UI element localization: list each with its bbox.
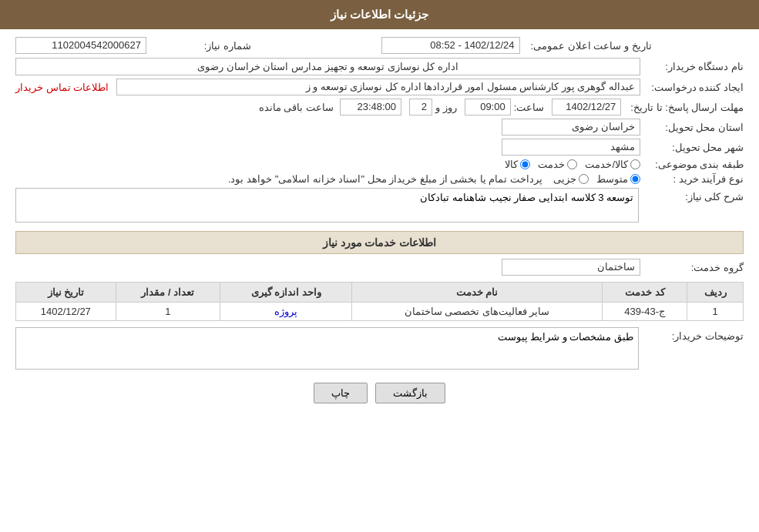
sharh-textarea[interactable]: توسعه 3 کلاسه ابتدایی صفار نجیب شاهنامه …: [15, 188, 639, 223]
grooh-khadamat-value: ساختمان: [502, 259, 640, 276]
mohlat-saat-label: ساعت:: [514, 102, 545, 113]
tarikh-elan-value: 1402/12/24 - 08:52: [381, 37, 520, 54]
mohlat-label: مهلت ارسال پاسخ: تا تاریخ:: [624, 102, 744, 113]
mohlat-remaining-label: ساعت باقی مانده: [259, 102, 334, 113]
page-title: جزئیات اطلاعات نیاز: [0, 0, 759, 29]
col-vahed: واحد اندازه گیری: [220, 283, 352, 303]
tabaghe-khadamat-label: خدمت: [538, 159, 565, 170]
mohlat-rooz: 2: [409, 99, 432, 115]
shahr-label: شهر محل تحویل:: [643, 142, 744, 153]
col-kod: کد خدمت: [603, 283, 687, 303]
radio-kala[interactable]: کالا: [505, 159, 530, 170]
cell-kod: ج-43-439: [603, 303, 687, 321]
service-table: ردیف کد خدمت نام خدمت واحد اندازه گیری ت…: [15, 282, 744, 321]
nam-dastgah-label: نام دستگاه خریدار:: [643, 61, 744, 72]
ijad-konande-value: عبداله گوهری پور کارشناس مسئول امور قرار…: [116, 79, 640, 95]
ostan-label: استان محل تحویل:: [643, 122, 744, 133]
farayand-jozii-label: جزیی: [553, 173, 576, 185]
table-row: 1 ج-43-439 سایر فعالیت‌های تخصصی ساختمان…: [16, 303, 744, 321]
radio-khadamat-input[interactable]: [567, 159, 577, 169]
khadamat-section-header: اطلاعات خدمات مورد نیاز: [15, 231, 744, 254]
radio-motavaset-input[interactable]: [630, 174, 640, 184]
tarikh-elan-label: تاریخ و ساعت اعلان عمومی:: [525, 40, 652, 52]
shahr-value: مشهد: [502, 139, 640, 156]
shomara-niaz-label: شماره نیاز:: [151, 40, 251, 52]
radio-kala-khadamat[interactable]: کالا/خدمت: [585, 159, 640, 170]
contact-link[interactable]: اطلاعات تماس خریدار: [15, 82, 109, 93]
cell-tarikh: 1402/12/27: [16, 303, 116, 321]
print-button[interactable]: چاپ: [314, 383, 368, 403]
ostan-value: خراسان رضوی: [502, 119, 640, 136]
col-tarikh: تاریخ نیاز: [16, 283, 116, 303]
radio-jozii[interactable]: جزیی: [553, 173, 589, 185]
mohlat-remaining: 23:48:00: [340, 99, 401, 115]
radio-jozii-input[interactable]: [579, 174, 589, 184]
mohlat-rooz-label: روز و: [435, 102, 457, 113]
cell-radif: 1: [687, 303, 744, 321]
radio-khadamat[interactable]: خدمت: [538, 159, 577, 170]
cell-vahed: پروژه: [220, 303, 352, 321]
back-button[interactable]: بازگشت: [375, 383, 445, 403]
radio-motavaset[interactable]: متوسط: [596, 173, 640, 185]
mohlat-saat: 09:00: [465, 99, 511, 115]
cell-tedad: 1: [116, 303, 220, 321]
tabaghe-label: طبقه بندی موضوعی:: [643, 159, 744, 170]
col-tedad: تعداد / مقدار: [116, 283, 220, 303]
radio-kala-khadamat-input[interactable]: [630, 159, 640, 169]
tabaghe-kala-label: کالا: [505, 159, 518, 170]
shomara-niaz-value: 1102004542000627: [15, 37, 146, 54]
mohlat-date: 1402/12/27: [552, 99, 621, 115]
tozih-textarea[interactable]: طبق مشخصات و شرایط پیوست: [15, 327, 639, 370]
grooh-khadamat-label: گروه خدمت:: [643, 262, 744, 273]
col-nam: نام خدمت: [352, 283, 603, 303]
nooe-farayand-label: نوع فرآیند خرید :: [643, 173, 744, 185]
radio-kala-input[interactable]: [520, 159, 530, 169]
tozih-label: توضیحات خریدار:: [643, 330, 744, 342]
buttons-row: بازگشت چاپ: [15, 383, 744, 403]
ijad-konande-label: ایجاد کننده درخواست:: [643, 82, 744, 93]
cell-nam: سایر فعالیت‌های تخصصی ساختمان: [352, 303, 603, 321]
nam-dastgah-value: اداره کل نوسازی توسعه و تجهیز مدارس استا…: [15, 58, 640, 75]
sharh-label: شرح کلی نیاز:: [643, 191, 744, 202]
tabaghe-kala-khadamat-label: کالا/خدمت: [585, 159, 628, 170]
vahed-link[interactable]: پروژه: [274, 306, 297, 317]
farayand-desc: پرداخت تمام یا بخشی از مبلغ خریداز محل "…: [15, 173, 542, 185]
col-radif: ردیف: [687, 283, 744, 303]
farayand-motavaset-label: متوسط: [596, 173, 628, 185]
